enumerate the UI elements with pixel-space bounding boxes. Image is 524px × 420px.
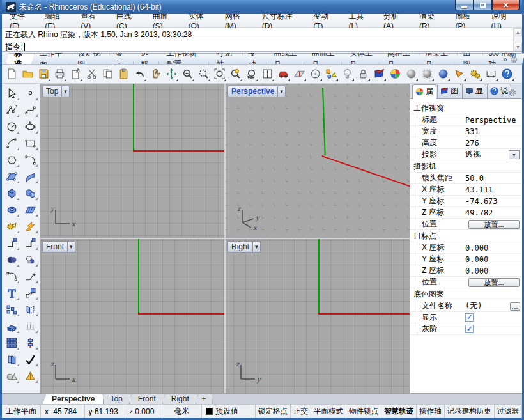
pan-view-button[interactable] (148, 66, 163, 82)
status-toggle[interactable]: 正交 (291, 405, 311, 418)
rectangle-button[interactable] (22, 136, 39, 152)
viewport-menu-arrow-icon[interactable] (61, 86, 69, 97)
menu-item[interactable]: 曲面(S) (148, 14, 183, 27)
select-pointer-button[interactable] (3, 86, 20, 102)
tab-display-button[interactable]: 显 (462, 84, 486, 98)
zoom-window-button[interactable] (212, 66, 227, 82)
status-toggle[interactable]: 记录建构历史 (445, 405, 495, 418)
blend-curve-button[interactable] (22, 268, 39, 284)
camera-z-value[interactable]: 49.782 (465, 208, 522, 217)
solid-sphere-button[interactable] (22, 185, 39, 201)
camera-x-value[interactable]: 43.111 (465, 185, 522, 194)
status-toggle[interactable]: 锁定格点 (256, 405, 291, 418)
toolbar-tab[interactable]: 标准 (6, 53, 35, 64)
points-on-button[interactable] (22, 352, 39, 368)
surface-patch-button[interactable] (22, 169, 39, 185)
fillet-edge-button[interactable] (3, 235, 20, 251)
viewport-menu-arrow-icon[interactable] (277, 86, 285, 97)
copy-to-clipboard-button[interactable] (100, 66, 115, 82)
gray-primitives-button[interactable] (3, 368, 20, 384)
status-toggle[interactable]: 智慧轨迹 (381, 405, 417, 418)
print-button[interactable] (52, 66, 67, 82)
viewport-top[interactable]: Top y x (40, 84, 224, 238)
control-point-curve-button[interactable] (22, 102, 39, 118)
mirror-objects-button[interactable] (22, 302, 39, 318)
viewport-width-value[interactable]: 331 (465, 127, 522, 136)
toolbar-tab[interactable]: 变动 (240, 53, 268, 64)
text-object-button[interactable] (3, 285, 20, 301)
toolbar-tab[interactable]: 渲染工具 (417, 53, 458, 64)
ghosted-viewport-button[interactable] (419, 66, 435, 82)
target-y-value[interactable]: 0.000 (465, 255, 522, 264)
menu-item[interactable]: 工具(L) (343, 14, 378, 27)
viewport-right[interactable]: Right z y (226, 239, 410, 393)
toolbar-tab[interactable]: 网格工具 (379, 53, 420, 64)
viewport-tab[interactable]: Perspective (43, 394, 104, 404)
toolbar-options-gear-icon[interactable] (510, 56, 518, 64)
target-z-value[interactable]: 0.000 (465, 267, 522, 276)
menu-item[interactable]: 曲线(C) (111, 14, 148, 27)
close-button[interactable] (492, 0, 520, 10)
menu-item[interactable]: 尺寸标注(D) (257, 14, 309, 27)
toolbar-tab[interactable]: 选取 (133, 53, 162, 64)
toolbar-tab[interactable]: 工作平面 (31, 53, 72, 64)
menu-item[interactable]: 说明(H) (486, 14, 522, 27)
solid-box-button[interactable] (3, 185, 20, 201)
help-button[interactable] (499, 66, 514, 82)
shaded-viewport-button[interactable] (403, 66, 419, 82)
rendered-viewport-button[interactable] (435, 66, 451, 82)
minimize-button[interactable] (455, 0, 474, 10)
arc-button[interactable] (3, 136, 20, 152)
units-pane[interactable]: 毫米 (162, 405, 202, 418)
curve-fillet-tool-button[interactable] (3, 268, 20, 284)
menu-item[interactable]: 变动(T) (308, 14, 343, 27)
four-viewports-button[interactable] (259, 66, 275, 82)
toolbar-tab[interactable]: 工作视窗配置 (158, 53, 212, 64)
menu-item[interactable]: 编辑(E) (40, 14, 75, 27)
tab-layers-button[interactable]: 图 (437, 84, 461, 98)
options-button[interactable] (467, 66, 482, 82)
viewport-tab[interactable]: + (196, 394, 213, 404)
extrude-surface-button[interactable] (22, 318, 39, 334)
extrude-solid-button[interactable] (3, 318, 20, 334)
array-along-curve-button[interactable] (22, 335, 39, 351)
camera-y-value[interactable]: -74.673 (465, 197, 522, 206)
toolbar-tab[interactable]: 可见性 (208, 53, 243, 64)
lock-objects-button[interactable] (355, 66, 371, 82)
wallpaper-browse-button[interactable]: ... (510, 302, 520, 311)
viewport-menu-arrow-icon[interactable] (252, 242, 260, 252)
fillet-curve-button[interactable] (22, 152, 39, 168)
toolbar-tab[interactable]: 实体工具 (341, 53, 382, 64)
dimension-button[interactable] (483, 66, 498, 82)
zoom-dynamic-button[interactable] (196, 66, 211, 82)
scale-objects-button[interactable] (22, 285, 39, 301)
viewport-perspective[interactable]: Perspective z y x (226, 84, 410, 238)
menu-item[interactable]: 分析(A) (378, 14, 414, 27)
tab-overflow-chevron[interactable]: » (503, 55, 507, 64)
viewport-right-label[interactable]: Right (227, 241, 261, 253)
viewport-front[interactable]: Front z x (40, 239, 224, 393)
polyline-button[interactable] (3, 102, 20, 118)
projection-dropdown-icon[interactable] (509, 150, 520, 159)
viewport-menu-arrow-icon[interactable] (67, 242, 75, 252)
status-toggle[interactable]: 过滤器 (495, 405, 523, 418)
save-file-button[interactable] (36, 66, 51, 82)
cplane-button[interactable] (291, 66, 307, 82)
explode-button[interactable] (22, 219, 39, 235)
viewport-tab[interactable]: Front (129, 394, 165, 404)
zoom-in-button[interactable] (180, 66, 195, 82)
maximize-button[interactable] (474, 0, 492, 10)
paste-button[interactable] (116, 66, 131, 82)
solid-torus-button[interactable] (3, 202, 20, 218)
object-properties-button[interactable] (387, 66, 403, 82)
rotate-view-button[interactable] (164, 66, 179, 82)
tab-properties-button[interactable]: 属 (412, 84, 436, 99)
viewport-height-value[interactable]: 276 (465, 139, 522, 148)
wallpaper-show-checkbox[interactable] (465, 313, 474, 322)
wallpaper-grayscale-checkbox[interactable] (465, 325, 474, 333)
viewport-tab[interactable]: Right (162, 394, 198, 404)
command-input[interactable]: 指令: (2, 40, 522, 52)
single-point-button[interactable] (22, 86, 39, 102)
status-toggle[interactable]: 物件锁点 (346, 405, 381, 418)
chamfer-edge-button[interactable] (22, 235, 39, 251)
